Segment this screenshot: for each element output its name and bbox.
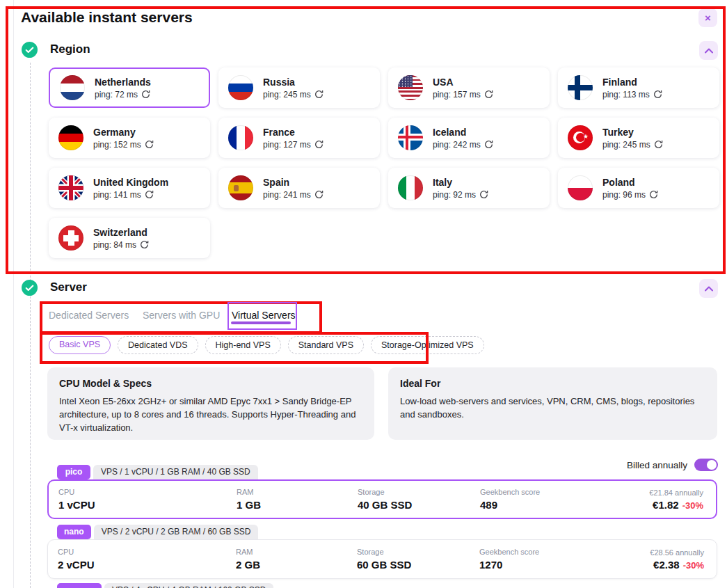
iceland-flag-icon <box>398 125 423 150</box>
storage-column-label: Storage <box>357 548 479 556</box>
country-card-iceland[interactable]: Iceland ping: 242 ms <box>388 118 550 158</box>
refresh-ping-icon[interactable] <box>314 190 323 199</box>
refresh-ping-icon[interactable] <box>145 190 154 199</box>
active-tab-underline <box>231 321 291 324</box>
country-name: Switzerland <box>93 227 149 238</box>
refresh-ping-icon[interactable] <box>479 190 488 199</box>
chip-standard-vps[interactable]: Standard VPS <box>288 336 364 354</box>
chip-storage-optimized-vps[interactable]: Storage-Optimized VPS <box>371 336 484 354</box>
billing-control: Billed annually <box>627 459 718 471</box>
billed-annually-toggle[interactable] <box>694 459 718 471</box>
country-name: Netherlands <box>95 77 151 88</box>
ping-value: ping: 72 ms <box>95 90 138 100</box>
annual-price: €21.84 annually <box>649 488 703 497</box>
tab-servers-with-gpu[interactable]: Servers with GPU <box>143 310 220 321</box>
chevron-up-icon <box>705 48 713 54</box>
billed-annually-label: Billed annually <box>627 460 687 470</box>
plan-badges-clipped: VPS / 4 vCPU / 4 GB RAM / 100 GB SSD <box>57 583 273 588</box>
ping-value: ping: 157 ms <box>433 90 481 100</box>
tab-virtual-servers[interactable]: Virtual Servers <box>232 310 296 321</box>
country-card-france[interactable]: France ping: 127 ms <box>218 118 380 158</box>
ping-value: ping: 127 ms <box>263 140 311 150</box>
country-name: Iceland <box>433 127 493 138</box>
ping-value: ping: 241 ms <box>263 190 311 200</box>
refresh-ping-icon[interactable] <box>484 90 493 99</box>
server-collapse-button[interactable] <box>699 279 718 298</box>
germany-flag-icon <box>58 125 83 150</box>
country-card-netherlands[interactable]: Netherlands ping: 72 ms <box>49 67 210 108</box>
refresh-ping-icon[interactable] <box>140 240 149 249</box>
ping-value: ping: 141 ms <box>93 190 141 200</box>
plan-row-nano[interactable]: CPU 2 vCPU RAM 2 GB Storage 60 GB SSD Ge… <box>47 539 717 579</box>
plan-row-pico[interactable]: CPU 1 vCPU RAM 1 GB Storage 40 GB SSD Ge… <box>47 479 717 519</box>
ram-column-label: RAM <box>236 548 357 556</box>
ideal-for-title: Ideal For <box>400 378 705 389</box>
cpu-specs-title: CPU Model & Specs <box>59 378 362 389</box>
refresh-ping-icon[interactable] <box>654 140 663 149</box>
country-card-finland[interactable]: Finland ping: 113 ms <box>558 67 719 108</box>
tab-dedicated-servers[interactable]: Dedicated Servers <box>49 310 129 321</box>
refresh-ping-icon[interactable] <box>314 140 323 149</box>
refresh-ping-icon[interactable] <box>484 140 493 149</box>
ping-value: ping: 242 ms <box>433 140 481 150</box>
country-card-poland[interactable]: Poland ping: 96 ms <box>558 168 719 208</box>
country-card-russia[interactable]: Russia ping: 245 ms <box>218 67 380 108</box>
spain-flag-icon <box>228 175 253 200</box>
plan-summary-badge: VPS / 2 vCPU / 2 GB RAM / 60 GB SSD <box>94 525 259 539</box>
country-name: France <box>263 127 323 138</box>
server-check-icon <box>22 280 38 296</box>
ideal-for-body: Low-load web-servers and services, VPN, … <box>400 395 705 421</box>
plan-name-badge: pico <box>57 465 90 479</box>
chip-dedicated-vds[interactable]: Dedicated VDS <box>118 336 198 354</box>
country-name: United Kingdom <box>93 177 168 188</box>
region-collapse-button[interactable] <box>699 41 718 60</box>
geekbench-column-label: Geekbench score <box>480 488 649 496</box>
close-icon: × <box>705 13 711 23</box>
france-flag-icon <box>228 125 253 150</box>
annual-price: €28.56 annually <box>650 548 704 557</box>
page-title: Available instant servers <box>21 9 193 26</box>
region-check-icon <box>22 42 38 58</box>
russia-flag-icon <box>228 75 253 100</box>
step-timeline-dashed-line <box>30 63 31 588</box>
country-card-spain[interactable]: Spain ping: 241 ms <box>218 168 380 208</box>
country-name: Germany <box>93 127 154 138</box>
refresh-ping-icon[interactable] <box>141 90 150 99</box>
server-section-title: Server <box>50 280 87 294</box>
country-card-united-kingdom[interactable]: United Kingdom ping: 141 ms <box>49 168 210 208</box>
cpu-specs-body: Intel Xeon E5-26xx 2GHz+ or similar AMD … <box>59 395 362 435</box>
discount-badge: -30% <box>683 560 704 571</box>
italy-flag-icon <box>398 175 423 200</box>
monthly-price: €1.82 <box>653 499 679 511</box>
turkey-star-icon: ★ <box>583 133 589 140</box>
plan-name-badge: nano <box>57 525 91 539</box>
usa-flag-icon <box>398 75 423 100</box>
chip-basic-vps[interactable]: Basic VPS <box>49 336 111 354</box>
storage-column-label: Storage <box>358 488 480 496</box>
window-left-border <box>13 0 14 588</box>
country-card-turkey[interactable]: ★ Turkey ping: 245 ms <box>558 118 719 158</box>
finland-flag-icon <box>568 75 593 100</box>
country-grid: Netherlands ping: 72 ms Russia ping: 245… <box>49 67 719 258</box>
refresh-ping-icon[interactable] <box>649 190 658 199</box>
region-section-title: Region <box>50 42 90 56</box>
country-card-italy[interactable]: Italy ping: 92 ms <box>388 168 550 208</box>
refresh-ping-icon[interactable] <box>314 90 323 99</box>
country-name: Finland <box>602 77 662 88</box>
country-card-usa[interactable]: USA ping: 157 ms <box>388 67 550 108</box>
chip-high-end-vps[interactable]: High-end VPS <box>205 336 281 354</box>
cpu-column-label: CPU <box>58 548 236 556</box>
poland-flag-icon <box>568 175 593 200</box>
cpu-value: 2 vCPU <box>58 559 236 571</box>
geekbench-value: 1270 <box>479 559 650 571</box>
country-name: USA <box>433 77 493 88</box>
country-name: Italy <box>433 177 488 188</box>
refresh-ping-icon[interactable] <box>653 90 662 99</box>
country-card-germany[interactable]: Germany ping: 152 ms <box>49 118 210 158</box>
storage-value: 60 GB SSD <box>357 559 479 571</box>
netherlands-flag-icon <box>60 75 85 100</box>
refresh-ping-icon[interactable] <box>145 140 154 149</box>
country-card-switzerland[interactable]: Switzerland ping: 84 ms <box>49 218 210 258</box>
close-button[interactable]: × <box>698 8 717 27</box>
cpu-value: 1 vCPU <box>58 499 237 511</box>
